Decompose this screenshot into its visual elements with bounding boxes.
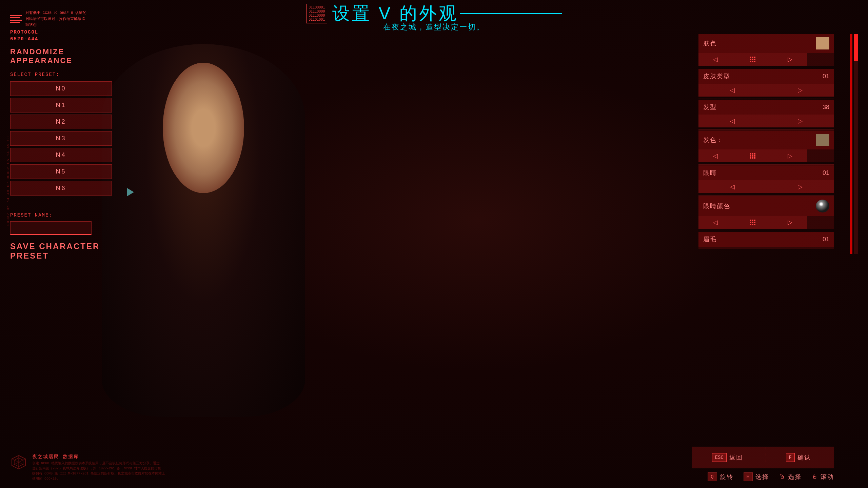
icon-line1: 01100001 (309, 5, 325, 9)
nightcity-logo (10, 454, 27, 471)
divider-4 (698, 164, 834, 165)
attr-header-eyebrow: 眉毛 01 (698, 232, 834, 247)
footer-text-block: 夜之城居民 数据库 创建 NCRD 档案输入的数据仅供本系统使用，且不会以任何形… (32, 454, 165, 481)
scroll-thumb[interactable] (854, 34, 858, 61)
rotate-label: 旋转 (720, 473, 733, 481)
hair-color-grid-btn[interactable] (732, 149, 773, 162)
skin-color-next-btn[interactable]: ▷ (773, 53, 807, 66)
footer-info: 夜之城居民 数据库 创建 NCRD 档案输入的数据仅供本系统使用，且不会以任何形… (10, 454, 165, 481)
mouse-select-label: 选择 (788, 473, 802, 481)
icon-line4: 01101001 (309, 18, 325, 22)
attr-label-hair-color: 发色： (703, 136, 724, 144)
attr-row-skin-type: 皮肤类型 01 ◁ ▷ (698, 69, 834, 97)
attr-controls-hair-color: ◁ ▷ (698, 149, 834, 162)
attr-controls-eyes: ◁ ▷ (698, 180, 834, 193)
eye-color-prev-btn[interactable]: ◁ (698, 216, 732, 229)
controls-row: Q 旋转 E 选择 🖱 选择 🖱 滚动 (692, 472, 834, 481)
eyes-next-btn[interactable]: ▷ (766, 180, 834, 193)
preset-item-n0[interactable]: N0 (10, 81, 112, 96)
hair-color-next-btn[interactable]: ▷ (773, 149, 807, 162)
control-select: E 选择 (744, 472, 769, 481)
footer-legal-1: 创建 NCRD 档案输入的数据仅供本系统使用，且不会以任何形式与第三方分享。通过 (32, 461, 165, 466)
footer-legal-3: 据拥有 COMB 第 III.M-1077-261 条规定的所有权。夜之城市市政… (32, 471, 165, 476)
preset-name-input[interactable] (10, 221, 92, 235)
back-key: ESC (712, 453, 727, 462)
hair-style-next-btn[interactable]: ▷ (766, 115, 834, 127)
skin-type-next-btn[interactable]: ▷ (766, 84, 834, 97)
side-timestamp: 00032 05 54 48 GP 00032 05 14 49 CT (6, 136, 10, 226)
skin-color-swatch (816, 37, 829, 49)
scrollbar[interactable] (854, 34, 858, 254)
attr-row-eye-color: 眼睛颜色 ◁ ▷ (698, 196, 834, 229)
footer-legal-4: 使用的 cookie。 (32, 476, 165, 481)
scroll-label: 滚动 (821, 473, 834, 481)
randomize-button[interactable]: RANDOMIZE APPEARANCE (10, 47, 112, 65)
svg-line-2 (12, 459, 19, 462)
hair-style-prev-btn[interactable]: ◁ (698, 115, 766, 127)
hair-color-swatch (816, 134, 829, 146)
footer-legal-2: 登行指南第（2025 夜城局法修改版），第 1077-261 条，NCRD 对本… (32, 466, 165, 471)
header-icon: 01100001 01110000 01110000 01101001 (306, 4, 327, 23)
eye-color-swatch (816, 200, 829, 212)
divider-1 (698, 68, 834, 68)
preset-name-label: PRESET NAME: (10, 212, 112, 218)
bottom-bar: ESC 返回 — — — F 确认 Q 旋转 E 选择 🖱 选择 🖱 滚动 (692, 447, 834, 481)
attr-controls-skin-type: ◁ ▷ (698, 84, 834, 97)
back-label: 返回 (729, 453, 743, 462)
attr-label-hair-style: 发型 (703, 103, 717, 111)
title-underline (460, 13, 562, 14)
character-figure (102, 44, 305, 417)
confirm-button[interactable]: F 确认 (763, 447, 834, 468)
confirm-label: 确认 (797, 453, 811, 462)
svg-line-3 (19, 459, 25, 462)
icon-line3: 01110000 (309, 14, 325, 18)
rotate-key: Q (708, 472, 717, 481)
skin-type-prev-btn[interactable]: ◁ (698, 84, 766, 97)
attr-header-eyes: 眼睛 01 (698, 165, 834, 180)
eyes-prev-btn[interactable]: ◁ (698, 180, 766, 193)
attr-row-eyebrow: 眉毛 01 (698, 232, 834, 249)
icon-line2: 01110000 (309, 9, 325, 14)
attr-controls-eye-color: ◁ ▷ (698, 216, 834, 229)
preset-item-n6[interactable]: N6 (10, 181, 112, 196)
svg-line-6 (19, 462, 25, 466)
header: 01100001 01110000 01110000 01101001 设置 V… (0, 0, 868, 27)
attr-row-eyes: 眼睛 01 ◁ ▷ (698, 165, 834, 193)
skin-type-value: 01 (823, 73, 829, 80)
preset-item-n4[interactable]: N4 (10, 148, 112, 162)
preset-item-n5[interactable]: N5 (10, 164, 112, 179)
action-buttons: ESC 返回 — — — F 确认 (692, 447, 834, 468)
save-preset-button[interactable]: SAVE CHARACTER PRESET (10, 242, 112, 261)
select-key: E (744, 472, 753, 481)
confirm-key: F (786, 453, 795, 462)
attr-header-hair-style: 发型 38 (698, 100, 834, 115)
attr-controls-hair-style: ◁ ▷ (698, 115, 834, 127)
skin-color-prev-btn[interactable]: ◁ (698, 53, 732, 66)
control-rotate: Q 旋转 (708, 472, 733, 481)
divider-5 (698, 195, 834, 196)
attr-header-skin-color: 肤色 (698, 34, 834, 53)
hair-color-prev-btn[interactable]: ◁ (698, 149, 732, 162)
divider-2 (698, 99, 834, 99)
select-label: 选择 (755, 473, 769, 481)
preset-item-n1[interactable]: N1 (10, 98, 112, 113)
protocol-id2: 6520-A44 (10, 36, 86, 42)
eye-color-grid-btn[interactable] (732, 216, 773, 229)
preset-item-n3[interactable]: N3 (10, 131, 112, 146)
cursor (127, 188, 134, 196)
page-title: 设置 V 的外观 (332, 2, 458, 25)
attr-row-hair-style: 发型 38 ◁ ▷ (698, 100, 834, 127)
attr-row-hair-color: 发色： ◁ ▷ (698, 130, 834, 162)
preset-item-n2[interactable]: N2 (10, 115, 112, 129)
svg-line-5 (12, 462, 19, 466)
eyes-value: 01 (823, 169, 829, 177)
back-button[interactable]: ESC 返回 (692, 447, 763, 468)
attr-header-hair-color: 发色： (698, 130, 834, 149)
skin-color-grid-btn[interactable] (732, 53, 773, 66)
eye-color-next-btn[interactable]: ▷ (773, 216, 807, 229)
red-bar (850, 34, 852, 254)
mouse-click-icon: 🖱 (779, 473, 785, 481)
mouse-scroll-icon: 🖱 (812, 473, 818, 481)
right-panel: 肤色 ◁ ▷ 皮肤类型 01 ◁ ▷ (698, 34, 834, 251)
grid-icon-skin (750, 57, 755, 62)
